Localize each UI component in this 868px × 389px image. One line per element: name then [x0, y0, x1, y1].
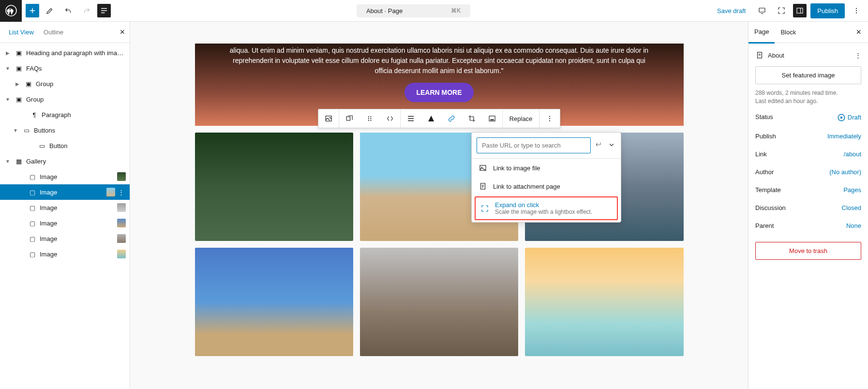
gallery-icon: ▦ [15, 157, 23, 165]
link-option-attachment[interactable]: Link to attachment page [472, 177, 621, 195]
tree-item-image[interactable]: ▢Image [0, 231, 130, 246]
tree-item-image-selected[interactable]: ▢Image⋮ [0, 184, 130, 200]
tree-item-group[interactable]: ▼▣Group [0, 91, 130, 107]
tab-block[interactable]: Block [775, 22, 802, 43]
select-parent-button[interactable] [339, 109, 359, 128]
save-draft-button[interactable]: Save draft [712, 4, 750, 17]
image-icon: ▢ [28, 250, 37, 258]
enter-icon [595, 140, 603, 149]
template-row[interactable]: TemplatePages [755, 183, 861, 196]
tree-item-image[interactable]: ▢Image [0, 169, 130, 184]
document-title[interactable]: About · Page ⌘K [357, 4, 470, 17]
hero-text[interactable]: aliqua. Ut enim ad minim veniam, quis no… [224, 45, 655, 76]
chevron-right-icon[interactable]: ▶ [4, 50, 12, 56]
link-option-expand-on-click[interactable]: Expand on click Scale the image with a l… [475, 196, 618, 220]
list-view-toggle[interactable] [97, 4, 111, 17]
shortcut-hint: ⌘K [451, 7, 461, 14]
link-popover: Link to image file Link to attachment pa… [471, 132, 621, 223]
list-view-panel: List View Outline × ▶▣Heading and paragr… [0, 22, 130, 389]
move-to-trash-button[interactable]: Move to trash [755, 242, 861, 260]
chevron-down-icon[interactable]: ▼ [4, 159, 12, 164]
discussion-row[interactable]: DiscussionClosed [755, 201, 861, 214]
crop-button[interactable] [462, 109, 482, 128]
sidebar-icon [795, 6, 804, 15]
close-panel-button[interactable]: × [120, 27, 125, 37]
item-options-button[interactable]: ⋮ [118, 189, 126, 196]
move-buttons[interactable] [380, 109, 400, 128]
tree-item-gallery[interactable]: ▼▦Gallery [0, 153, 130, 169]
image-icon [479, 164, 487, 172]
chevron-down-icon[interactable]: ▼ [12, 128, 19, 133]
svg-point-16 [549, 116, 550, 117]
toolbar-left [22, 3, 115, 18]
set-featured-image-button[interactable]: Set featured image [755, 66, 861, 84]
close-settings-button[interactable]: × [856, 27, 861, 37]
paragraph-icon: ¶ [30, 110, 39, 119]
gallery-image[interactable] [195, 133, 353, 241]
publish-row[interactable]: PublishImmediately [755, 130, 861, 143]
publish-button[interactable]: Publish [810, 3, 845, 18]
image-thumbnail [117, 219, 126, 227]
page-summary: 288 words, 2 minutes read time. Last edi… [755, 89, 861, 105]
learn-more-button[interactable]: LEARN MORE [404, 83, 473, 102]
gallery-image[interactable] [360, 248, 518, 356]
wp-logo[interactable] [0, 0, 22, 22]
tools-button[interactable] [42, 3, 58, 18]
align-button[interactable] [401, 109, 421, 128]
tab-page[interactable]: Page [748, 22, 775, 44]
link-button[interactable] [441, 109, 462, 128]
block-more-button[interactable] [539, 109, 560, 128]
image-thumbnail [117, 234, 126, 243]
view-button[interactable] [754, 3, 770, 18]
parent-row[interactable]: ParentNone [755, 219, 861, 232]
tree-item-heading-para[interactable]: ▶▣Heading and paragraph with image on t… [0, 45, 130, 60]
link-row[interactable]: Link/about [755, 148, 861, 161]
author-row[interactable]: Author(No author) [755, 165, 861, 179]
gallery-image[interactable] [525, 248, 683, 356]
gallery-image[interactable] [195, 248, 353, 356]
tree-item-image[interactable]: ▢Image [0, 215, 130, 231]
drag-handle[interactable] [359, 109, 380, 128]
chevron-right-icon[interactable]: ▶ [14, 81, 21, 87]
status-row[interactable]: StatusDraft [755, 110, 861, 125]
tree-item-faqs[interactable]: ▼▣FAQs [0, 60, 130, 76]
tree-item-buttons[interactable]: ▼▭Buttons [0, 122, 130, 138]
link-settings-toggle[interactable] [607, 140, 616, 150]
image-icon: ▢ [28, 234, 37, 243]
page-title: About [768, 52, 784, 59]
settings-panel-toggle[interactable] [793, 4, 807, 17]
toolbar-right: Save draft Publish [712, 3, 864, 18]
svg-point-8 [368, 116, 369, 117]
submit-link-button[interactable] [595, 140, 603, 150]
editor-canvas[interactable]: aliqua. Ut enim ad minim veniam, quis no… [130, 22, 748, 389]
tree-item-paragraph[interactable]: ¶Paragraph [0, 107, 130, 122]
fullscreen-button[interactable] [774, 3, 789, 18]
expand-icon [777, 6, 786, 15]
svg-point-17 [549, 118, 550, 119]
draft-icon [837, 113, 846, 122]
link-url-input[interactable] [477, 137, 591, 153]
tree-item-image[interactable]: ▢Image [0, 246, 130, 262]
more-options-button[interactable] [849, 3, 864, 18]
caption-button[interactable] [421, 109, 441, 128]
text-overlay-button[interactable] [482, 109, 502, 128]
tree-item-button[interactable]: ▭Button [0, 138, 130, 153]
svg-rect-2 [797, 8, 803, 14]
chevron-down-icon[interactable]: ▼ [4, 66, 12, 71]
tree-item-image[interactable]: ▢Image [0, 200, 130, 215]
link-option-label: Link to attachment page [493, 183, 560, 190]
undo-button[interactable] [60, 3, 76, 18]
link-option-image-file[interactable]: Link to image file [472, 159, 621, 177]
tab-outline[interactable]: Outline [39, 23, 68, 42]
chevron-down-icon[interactable]: ▼ [4, 97, 12, 102]
page-title-row: About ⋮ [755, 49, 861, 61]
block-type-button[interactable] [318, 109, 339, 128]
page-actions-button[interactable]: ⋮ [855, 52, 861, 59]
redo-button[interactable] [79, 3, 94, 18]
add-block-button[interactable] [26, 4, 39, 17]
replace-button[interactable]: Replace [503, 109, 539, 128]
tree-item-group[interactable]: ▶▣Group [0, 76, 130, 91]
overlay-icon [488, 114, 496, 123]
tab-list-view[interactable]: List View [4, 23, 39, 42]
doc-title-text: About · Page [366, 7, 403, 15]
